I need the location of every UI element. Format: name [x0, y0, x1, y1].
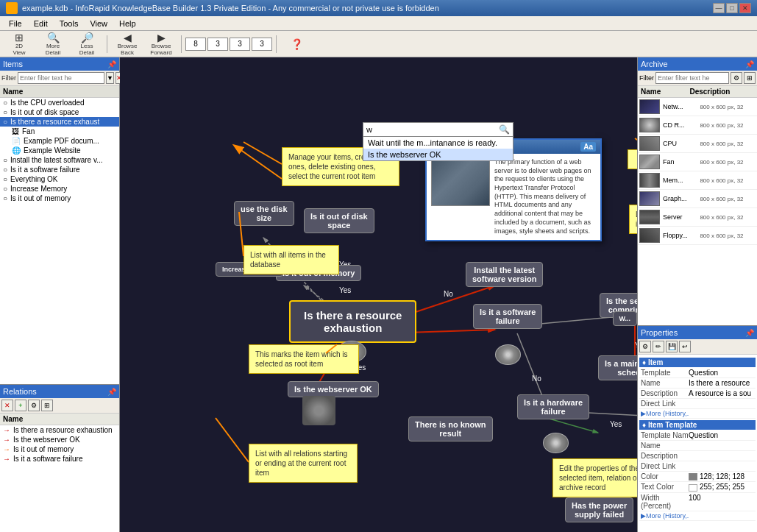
- props-btn-4[interactable]: ↩: [679, 341, 691, 352]
- relation-item[interactable]: → Is the webserver OK: [0, 435, 119, 444]
- prop-row-link: Direct Link: [639, 399, 756, 409]
- number-input-2[interactable]: [207, 38, 228, 51]
- prop-key-template: Template: [641, 369, 689, 377]
- item-icon: ○: [3, 185, 7, 193]
- list-item[interactable]: 🖼 Fan: [0, 127, 119, 136]
- items-filter-input[interactable]: [18, 72, 104, 84]
- archive-row-net[interactable]: Netw... 800 x 600 px, 32: [638, 98, 757, 116]
- number-input-3[interactable]: [230, 38, 250, 51]
- archive-thumb-cd: [639, 118, 660, 132]
- node-power-supply[interactable]: Has the powersupply failed: [565, 497, 633, 522]
- node-resource-exhaustion[interactable]: Is there a resourceexhaustion: [289, 300, 416, 343]
- archive-btn-1[interactable]: ⚙: [731, 72, 742, 84]
- node-webserver-ok[interactable]: Is the webserver OK: [288, 381, 379, 397]
- list-item-selected[interactable]: ○ Is there a resource exhaust: [0, 117, 119, 127]
- toolbar: ⊞ 2DView 🔍 MoreDetail 🔎 LessDetail ◀ Bro…: [0, 31, 757, 57]
- search-input[interactable]: [366, 125, 499, 134]
- archive-filter-input[interactable]: [655, 72, 729, 84]
- list-item[interactable]: 🌐 Example Website: [0, 146, 119, 155]
- prop-row-more2[interactable]: ▶ More (History,.: [639, 511, 756, 521]
- relations-add-btn[interactable]: +: [15, 400, 26, 411]
- list-item[interactable]: ○ Is it a software failure: [0, 165, 119, 174]
- menu-edit[interactable]: Edit: [28, 18, 54, 29]
- prop-key-tname: Template Nam: [641, 431, 689, 439]
- titlebar: example.kdb - InfoRapid KnowledgeBase Bu…: [0, 0, 757, 16]
- node-use-disk-size[interactable]: use the disksize: [234, 201, 294, 226]
- item-label: Everything OK: [10, 175, 57, 183]
- archive-row-server[interactable]: Server 800 x 600 px, 32: [638, 208, 757, 227]
- relation-item[interactable]: → Is there a resource exhaustion: [0, 425, 119, 435]
- filter-options-btn[interactable]: ▼: [106, 72, 114, 84]
- props-btn-2[interactable]: ✏: [653, 341, 664, 352]
- tooltip-archive: List documents and images imported into …: [629, 205, 637, 234]
- browse-forward-button[interactable]: ▶ BrowseForward: [145, 33, 177, 55]
- archive-row-mem[interactable]: Mem... 800 x 600 px, 32: [638, 171, 757, 190]
- search-result-item-1[interactable]: Wait until the m...intanance is ready.: [363, 137, 513, 149]
- archive-btn-2[interactable]: ⊞: [744, 72, 756, 84]
- titlebar-buttons: — □ ✕: [713, 3, 751, 13]
- relations-new-btn[interactable]: ✕: [1, 400, 13, 411]
- color-swatch: [689, 473, 697, 480]
- prop-key-name: Name: [641, 379, 689, 387]
- archive-row-graph[interactable]: Graph... 800 x 600 px, 32: [638, 190, 757, 208]
- number-input-4[interactable]: [252, 38, 272, 51]
- archive-row-cd[interactable]: CD R... 800 x 600 px, 32: [638, 116, 757, 135]
- prop-row-tdesc: Description: [639, 451, 756, 461]
- relations-name-col: Name: [0, 414, 26, 425]
- prop-key-tname2: Name: [641, 441, 689, 450]
- node-partial-right[interactable]: W...: [613, 311, 638, 326]
- less-detail-button[interactable]: 🔎 LessDetail: [71, 33, 103, 55]
- node-software-failure[interactable]: Is it a softwarefailure: [473, 304, 542, 329]
- menu-tools[interactable]: Tools: [54, 18, 85, 29]
- archive-toolbar: Filter ⚙ ⊞: [638, 71, 757, 86]
- props-btn-1[interactable]: ⚙: [639, 341, 651, 352]
- props-btn-3[interactable]: 💾: [666, 341, 678, 352]
- list-item[interactable]: ○ Everything OK: [0, 174, 119, 184]
- help-button[interactable]: ❓: [280, 33, 313, 55]
- svg-line-28: [235, 146, 282, 179]
- browse-back-button[interactable]: ◀ BrowseBack: [111, 33, 143, 55]
- relation-item[interactable]: → Is it out of memory: [0, 444, 119, 454]
- list-item[interactable]: 📄 Example PDF docum...: [0, 136, 119, 146]
- menu-file[interactable]: File: [3, 18, 28, 29]
- number-input-1[interactable]: [185, 38, 206, 51]
- relations-config-btn[interactable]: ⚙: [28, 400, 40, 411]
- item-label: Is the CPU overloaded: [10, 99, 85, 107]
- properties-toolbar: ⚙ ✏ 💾 ↩: [638, 339, 757, 355]
- item-icon: 📄: [12, 137, 21, 145]
- archive-thumb-fan: [639, 155, 660, 169]
- item-label: Is there a resource exhaust: [10, 118, 99, 126]
- node-maintenance-scheduled[interactable]: Is a maintanancescheduled: [598, 355, 637, 380]
- search-result-item-2[interactable]: Is the webserver OK: [363, 149, 513, 160]
- more-detail-icon: 🔍: [47, 32, 60, 43]
- search-icon[interactable]: 🔍: [499, 124, 510, 135]
- relations-header: Relations 📌: [0, 385, 119, 398]
- item-icon: ○: [3, 108, 7, 116]
- list-item[interactable]: ○ Increase Memory: [0, 184, 119, 194]
- prop-more2-icon: ▶: [641, 512, 646, 519]
- node-no-known-result[interactable]: There is no knownresult: [408, 416, 493, 441]
- list-item[interactable]: ○ Is the CPU overloaded: [0, 98, 119, 107]
- node-disk-space[interactable]: Is it out of diskspace: [304, 208, 374, 233]
- prop-row-more1[interactable]: ▶ More (History,.: [639, 409, 756, 419]
- relation-item[interactable]: → Is it a software failure: [0, 454, 119, 464]
- minimize-button[interactable]: —: [713, 3, 725, 13]
- node-install-latest[interactable]: Install the latestsoftware version: [466, 262, 543, 287]
- archive-row-floppy[interactable]: Floppy... 800 x 600 px, 32: [638, 227, 757, 245]
- more-detail-button[interactable]: 🔍 MoreDetail: [37, 33, 69, 55]
- relations-expand-btn[interactable]: ⊞: [41, 400, 53, 411]
- 2d-view-button[interactable]: ⊞ 2DView: [3, 33, 35, 55]
- canvas[interactable]: Yes Yes Yes No No No No Yes No Yes No Is…: [120, 57, 637, 532]
- node-hardware-failure[interactable]: Is it a hardwarefailure: [517, 394, 589, 419]
- list-item[interactable]: ○ Is it out of memory: [0, 194, 119, 203]
- maximize-button[interactable]: □: [726, 3, 738, 13]
- prop-more-icon: ▶: [641, 410, 646, 417]
- archive-row-cpu[interactable]: CPU 800 x 600 px, 32: [638, 135, 757, 153]
- menu-help[interactable]: Help: [113, 18, 142, 29]
- list-item[interactable]: ○ Is it out of disk space: [0, 107, 119, 117]
- close-button[interactable]: ✕: [739, 3, 751, 13]
- list-item[interactable]: ○ Install the latest software v...: [0, 155, 119, 165]
- tooltip-relations: List with all relations starting or endi…: [249, 444, 358, 483]
- archive-row-fan[interactable]: Fan 800 x 600 px, 32: [638, 153, 757, 171]
- menu-view[interactable]: View: [84, 18, 113, 29]
